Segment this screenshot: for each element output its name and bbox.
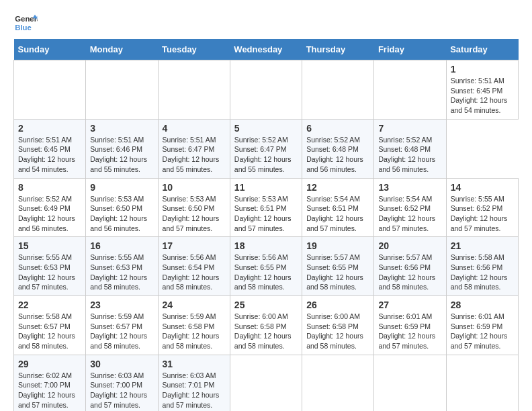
calendar-cell: 26Sunrise: 6:00 AMSunset: 6:58 PMDayligh… [302, 296, 374, 355]
calendar-cell [14, 60, 86, 120]
day-number: 17 [163, 240, 226, 251]
calendar-cell [158, 60, 230, 120]
calendar-cell [446, 355, 518, 411]
day-number: 6 [306, 123, 369, 134]
logo-icon: General Blue [13, 13, 38, 32]
day-number: 4 [163, 123, 226, 134]
calendar-cell: 4Sunrise: 5:51 AMSunset: 6:47 PMDaylight… [158, 119, 230, 178]
calendar-cell [230, 60, 302, 120]
day-info: Sunrise: 6:00 AMSunset: 6:58 PMDaylight:… [306, 312, 369, 351]
day-number: 18 [234, 240, 298, 251]
day-info: Sunrise: 6:03 AMSunset: 7:01 PMDaylight:… [163, 371, 226, 410]
day-info: Sunrise: 5:56 AMSunset: 6:55 PMDaylight:… [234, 253, 298, 292]
calendar-cell: 23Sunrise: 5:59 AMSunset: 6:57 PMDayligh… [86, 296, 158, 355]
calendar-week-row: 22Sunrise: 5:58 AMSunset: 6:57 PMDayligh… [14, 296, 519, 355]
calendar-cell: 16Sunrise: 5:55 AMSunset: 6:53 PMDayligh… [86, 237, 158, 296]
day-number: 11 [234, 182, 298, 193]
day-number: 28 [451, 300, 514, 310]
calendar-cell [374, 60, 446, 120]
day-number: 21 [451, 240, 514, 251]
day-info: Sunrise: 6:01 AMSunset: 6:59 PMDaylight:… [451, 312, 514, 351]
calendar-cell: 5Sunrise: 5:52 AMSunset: 6:47 PMDaylight… [230, 119, 302, 178]
calendar-cell: 31Sunrise: 6:03 AMSunset: 7:01 PMDayligh… [158, 355, 230, 411]
day-info: Sunrise: 5:56 AMSunset: 6:54 PMDaylight:… [163, 253, 226, 292]
day-number: 10 [163, 182, 226, 193]
page-header: General Blue [13, 13, 519, 32]
calendar-cell: 8Sunrise: 5:52 AMSunset: 6:49 PMDaylight… [14, 178, 86, 237]
calendar-cell: 6Sunrise: 5:52 AMSunset: 6:48 PMDaylight… [302, 119, 374, 178]
day-info: Sunrise: 5:58 AMSunset: 6:57 PMDaylight:… [18, 312, 81, 351]
day-number: 23 [90, 300, 153, 310]
calendar-cell: 14Sunrise: 5:55 AMSunset: 6:52 PMDayligh… [446, 178, 518, 237]
calendar-cell: 15Sunrise: 5:55 AMSunset: 6:53 PMDayligh… [14, 237, 86, 296]
day-number: 8 [18, 182, 81, 193]
calendar-cell [230, 355, 302, 411]
day-info: Sunrise: 5:55 AMSunset: 6:53 PMDaylight:… [90, 253, 153, 292]
calendar-cell: 11Sunrise: 5:53 AMSunset: 6:51 PMDayligh… [230, 178, 302, 237]
calendar-cell [302, 355, 374, 411]
calendar-cell: 7Sunrise: 5:52 AMSunset: 6:48 PMDaylight… [374, 119, 446, 178]
logo: General Blue [13, 13, 38, 32]
day-number: 27 [378, 300, 441, 310]
calendar-cell: 17Sunrise: 5:56 AMSunset: 6:54 PMDayligh… [158, 237, 230, 296]
day-info: Sunrise: 5:52 AMSunset: 6:47 PMDaylight:… [234, 135, 298, 175]
day-info: Sunrise: 5:52 AMSunset: 6:48 PMDaylight:… [378, 135, 441, 175]
day-info: Sunrise: 5:57 AMSunset: 6:56 PMDaylight:… [378, 253, 441, 292]
day-info: Sunrise: 5:53 AMSunset: 6:51 PMDaylight:… [234, 194, 298, 234]
day-number: 1 [451, 64, 514, 75]
calendar-cell [86, 60, 158, 120]
day-info: Sunrise: 5:55 AMSunset: 6:52 PMDaylight:… [451, 194, 514, 234]
calendar-cell [374, 355, 446, 411]
day-info: Sunrise: 6:01 AMSunset: 6:59 PMDaylight:… [378, 312, 441, 351]
calendar-cell: 27Sunrise: 6:01 AMSunset: 6:59 PMDayligh… [374, 296, 446, 355]
day-info: Sunrise: 5:51 AMSunset: 6:45 PMDaylight:… [451, 76, 514, 116]
day-info: Sunrise: 5:55 AMSunset: 6:53 PMDaylight:… [18, 253, 81, 292]
day-number: 22 [18, 300, 81, 310]
header-tuesday: Tuesday [158, 39, 230, 60]
calendar-cell: 2Sunrise: 5:51 AMSunset: 6:45 PMDaylight… [14, 119, 86, 178]
calendar-cell [302, 60, 374, 120]
calendar-cell: 22Sunrise: 5:58 AMSunset: 6:57 PMDayligh… [14, 296, 86, 355]
day-info: Sunrise: 5:58 AMSunset: 6:56 PMDaylight:… [451, 253, 514, 292]
day-info: Sunrise: 5:51 AMSunset: 6:47 PMDaylight:… [163, 135, 226, 175]
day-info: Sunrise: 5:52 AMSunset: 6:49 PMDaylight:… [18, 194, 81, 234]
day-info: Sunrise: 5:54 AMSunset: 6:51 PMDaylight:… [306, 194, 369, 234]
day-info: Sunrise: 5:51 AMSunset: 6:46 PMDaylight:… [90, 135, 153, 175]
calendar-cell: 19Sunrise: 5:57 AMSunset: 6:55 PMDayligh… [302, 237, 374, 296]
calendar-cell: 1Sunrise: 5:51 AMSunset: 6:45 PMDaylight… [446, 60, 518, 120]
header-monday: Monday [86, 39, 158, 60]
day-info: Sunrise: 5:53 AMSunset: 6:50 PMDaylight:… [163, 194, 226, 234]
calendar-cell: 24Sunrise: 5:59 AMSunset: 6:58 PMDayligh… [158, 296, 230, 355]
day-info: Sunrise: 5:59 AMSunset: 6:58 PMDaylight:… [163, 312, 226, 351]
calendar-week-row: 2Sunrise: 5:51 AMSunset: 6:45 PMDaylight… [14, 119, 519, 178]
day-info: Sunrise: 6:00 AMSunset: 6:58 PMDaylight:… [234, 312, 298, 351]
calendar-header-row: Sunday Monday Tuesday Wednesday Thursday… [14, 39, 519, 60]
day-info: Sunrise: 5:52 AMSunset: 6:48 PMDaylight:… [306, 135, 369, 175]
calendar-week-row: 15Sunrise: 5:55 AMSunset: 6:53 PMDayligh… [14, 237, 519, 296]
day-number: 19 [306, 240, 369, 251]
header-saturday: Saturday [446, 39, 518, 60]
day-info: Sunrise: 5:53 AMSunset: 6:50 PMDaylight:… [90, 194, 153, 234]
day-number: 7 [378, 123, 441, 134]
day-info: Sunrise: 5:54 AMSunset: 6:52 PMDaylight:… [378, 194, 441, 234]
calendar-cell: 13Sunrise: 5:54 AMSunset: 6:52 PMDayligh… [374, 178, 446, 237]
day-number: 3 [90, 123, 153, 134]
day-info: Sunrise: 5:59 AMSunset: 6:57 PMDaylight:… [90, 312, 153, 351]
calendar-week-row: 1Sunrise: 5:51 AMSunset: 6:45 PMDaylight… [14, 60, 519, 120]
day-info: Sunrise: 6:03 AMSunset: 7:00 PMDaylight:… [90, 371, 153, 410]
calendar-week-row: 8Sunrise: 5:52 AMSunset: 6:49 PMDaylight… [14, 178, 519, 237]
day-number: 29 [18, 359, 81, 369]
calendar-table: Sunday Monday Tuesday Wednesday Thursday… [13, 39, 519, 411]
header-wednesday: Wednesday [230, 39, 302, 60]
header-friday: Friday [374, 39, 446, 60]
day-number: 13 [378, 182, 441, 193]
header-thursday: Thursday [302, 39, 374, 60]
calendar-cell: 9Sunrise: 5:53 AMSunset: 6:50 PMDaylight… [86, 178, 158, 237]
calendar-cell: 3Sunrise: 5:51 AMSunset: 6:46 PMDaylight… [86, 119, 158, 178]
day-info: Sunrise: 6:02 AMSunset: 7:00 PMDaylight:… [18, 371, 81, 410]
day-number: 15 [18, 240, 81, 251]
day-number: 26 [306, 300, 369, 310]
day-number: 16 [90, 240, 153, 251]
day-number: 9 [90, 182, 153, 193]
calendar-cell: 10Sunrise: 5:53 AMSunset: 6:50 PMDayligh… [158, 178, 230, 237]
